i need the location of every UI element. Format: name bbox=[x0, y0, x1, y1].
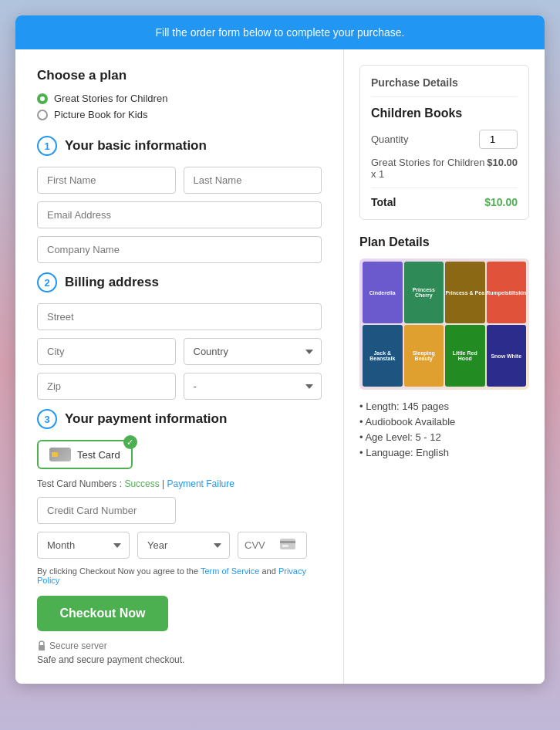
cvv-card-icon bbox=[280, 539, 295, 553]
checkout-form: Fill the order form below to complete yo… bbox=[15, 15, 545, 684]
first-name-input[interactable] bbox=[37, 167, 176, 194]
step3-label: Your payment information bbox=[65, 411, 227, 427]
step1-circle: 1 bbox=[37, 136, 57, 156]
choose-plan-title: Choose a plan bbox=[37, 68, 322, 83]
book-cover-6: Little Red Hood bbox=[445, 325, 485, 387]
book-covers-grid: CinderellaPrincess CherryPrincess & PeaR… bbox=[359, 259, 529, 390]
quantity-row: Quantity bbox=[371, 130, 518, 149]
top-banner: Fill the order form below to complete yo… bbox=[15, 15, 545, 49]
secure-note: Secure server bbox=[37, 640, 322, 651]
plan-details-section: Plan Details CinderellaPrincess CherryPr… bbox=[359, 235, 529, 458]
left-panel: Choose a plan Great Stories for Children… bbox=[15, 49, 344, 684]
zip-state-row: - bbox=[37, 373, 322, 400]
terms-prefix: By clicking Checkout Now you agree to th… bbox=[37, 566, 201, 576]
city-country-row: Country bbox=[37, 338, 322, 365]
right-panel: Purchase Details Children Books Quantity… bbox=[344, 49, 545, 684]
step1-header: 1 Your basic information bbox=[37, 136, 322, 156]
total-label: Total bbox=[371, 196, 396, 208]
terms-of-service-link[interactable]: Term of Service bbox=[201, 566, 259, 576]
svg-rect-1 bbox=[280, 541, 295, 543]
payment-card-option[interactable]: Test Card ✓ bbox=[37, 440, 133, 469]
failure-link[interactable]: Payment Failure bbox=[167, 478, 234, 489]
plan-label-2: Picture Book for Kids bbox=[54, 109, 147, 120]
city-input[interactable] bbox=[37, 338, 176, 365]
email-input[interactable] bbox=[37, 201, 322, 228]
card-label: Test Card bbox=[77, 449, 120, 461]
book-covers: CinderellaPrincess CherryPrincess & PeaR… bbox=[359, 259, 529, 390]
month-select[interactable]: Month bbox=[37, 532, 130, 559]
book-cover-3: Rumpelstiltskin bbox=[487, 262, 527, 323]
step2-label: Billing address bbox=[65, 275, 159, 290]
quantity-input[interactable] bbox=[479, 130, 518, 149]
cvv-input[interactable] bbox=[245, 539, 275, 551]
step3-circle: 3 bbox=[37, 409, 57, 429]
plan-details-title: Plan Details bbox=[359, 235, 529, 249]
last-name-input[interactable] bbox=[184, 167, 322, 194]
test-card-numbers: Test Card Numbers : Success | Payment Fa… bbox=[37, 478, 322, 489]
step2-header: 2 Billing address bbox=[37, 272, 322, 292]
item-name: Great Stories for Children x 1 bbox=[371, 157, 487, 180]
plan-label-1: Great Stories for Children bbox=[54, 93, 167, 104]
svg-rect-3 bbox=[39, 645, 45, 651]
banner-text: Fill the order form below to complete yo… bbox=[156, 26, 405, 39]
book-cover-0: Cinderella bbox=[363, 262, 403, 323]
item-price: $10.00 bbox=[487, 157, 518, 168]
book-detail-2: Age Level: 5 - 12 bbox=[359, 431, 529, 443]
svg-rect-0 bbox=[280, 539, 295, 549]
radio-empty-2 bbox=[37, 110, 48, 120]
plan-option-2[interactable]: Picture Book for Kids bbox=[37, 109, 322, 120]
quantity-label: Quantity bbox=[371, 133, 408, 145]
books-title: Children Books bbox=[371, 106, 518, 120]
secure-label: Secure server bbox=[49, 640, 107, 651]
book-cover-7: Snow White bbox=[487, 325, 527, 387]
step3-header: 3 Your payment information bbox=[37, 409, 322, 429]
street-input[interactable] bbox=[37, 303, 322, 330]
book-details-list: Length: 145 pagesAudiobook AvailableAge … bbox=[359, 400, 529, 458]
total-price: $10.00 bbox=[484, 196, 518, 208]
book-cover-1: Princess Cherry bbox=[404, 262, 444, 323]
total-row: Total $10.00 bbox=[371, 196, 518, 208]
cc-number-row bbox=[37, 497, 322, 524]
street-row bbox=[37, 303, 322, 330]
step2-circle: 2 bbox=[37, 272, 57, 292]
safe-subtext: Safe and secure payment checkout. bbox=[37, 654, 322, 665]
book-cover-4: Jack & Beanstalk bbox=[363, 325, 403, 387]
purchase-details-title: Purchase Details bbox=[371, 76, 518, 97]
test-card-prefix: Test Card Numbers : bbox=[37, 478, 124, 489]
radio-filled-1 bbox=[37, 93, 48, 104]
main-content: Choose a plan Great Stories for Children… bbox=[15, 49, 545, 684]
state-select[interactable]: - bbox=[184, 373, 322, 400]
card-icon bbox=[49, 448, 71, 461]
company-row bbox=[37, 236, 322, 263]
checkout-terms: By clicking Checkout Now you agree to th… bbox=[37, 566, 322, 585]
zip-input[interactable] bbox=[37, 373, 176, 400]
book-detail-3: Language: English bbox=[359, 447, 529, 458]
success-link[interactable]: Success bbox=[124, 478, 159, 489]
lock-icon bbox=[37, 640, 46, 651]
email-row bbox=[37, 201, 322, 228]
book-detail-0: Length: 145 pages bbox=[359, 400, 529, 412]
cc-details-row: Month Year bbox=[37, 532, 322, 559]
step1-label: Your basic information bbox=[65, 138, 207, 154]
purchase-details-box: Purchase Details Children Books Quantity… bbox=[359, 65, 529, 220]
book-cover-5: Sleeping Beauty bbox=[404, 325, 444, 387]
plan-option-1[interactable]: Great Stories for Children bbox=[37, 93, 322, 104]
item-row: Great Stories for Children x 1 $10.00 bbox=[371, 157, 518, 188]
year-select[interactable]: Year bbox=[137, 532, 230, 559]
cc-number-input[interactable] bbox=[37, 497, 176, 524]
checkout-button[interactable]: Checkout Now bbox=[37, 596, 168, 631]
book-cover-2: Princess & Pea bbox=[445, 262, 485, 323]
card-check-badge: ✓ bbox=[123, 435, 137, 449]
name-row bbox=[37, 167, 322, 194]
company-input[interactable] bbox=[37, 236, 322, 263]
plan-options: Great Stories for Children Picture Book … bbox=[37, 93, 322, 120]
svg-rect-2 bbox=[282, 545, 288, 547]
terms-middle: and bbox=[261, 566, 278, 576]
book-detail-1: Audiobook Available bbox=[359, 416, 529, 428]
country-select[interactable]: Country bbox=[184, 338, 322, 365]
